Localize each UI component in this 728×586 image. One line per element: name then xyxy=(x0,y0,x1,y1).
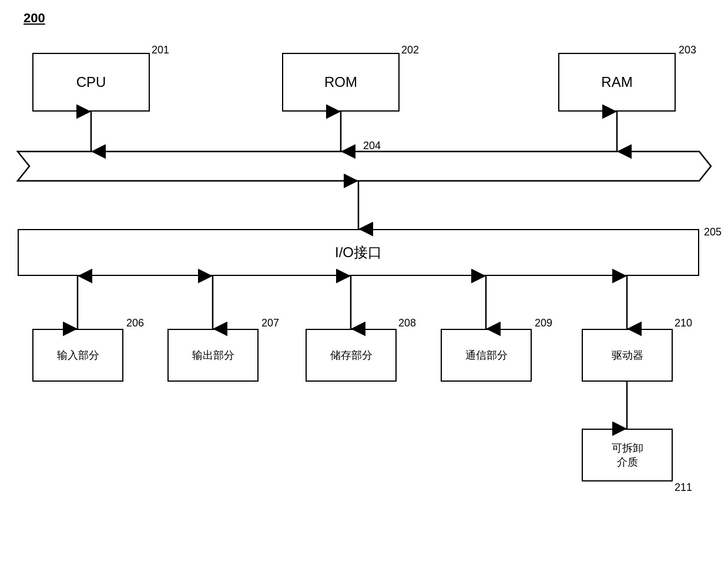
output-box: 输出部分 xyxy=(167,329,259,382)
io-box: I/O接口 xyxy=(18,229,699,276)
cpu-box: CPU xyxy=(32,53,150,112)
comm-ref: 209 xyxy=(535,317,552,329)
driver-box: 驱动器 xyxy=(582,329,673,382)
input-box: 输入部分 xyxy=(32,329,123,382)
ram-ref: 203 xyxy=(679,44,696,56)
storage-box: 储存部分 xyxy=(306,329,397,382)
rom-box: ROM xyxy=(282,53,400,112)
svg-marker-7 xyxy=(18,151,711,181)
driver-ref: 210 xyxy=(675,317,692,329)
cpu-ref: 201 xyxy=(152,44,169,56)
rom-ref: 202 xyxy=(401,44,419,56)
storage-ref: 208 xyxy=(398,317,416,329)
comm-box: 通信部分 xyxy=(441,329,532,382)
output-ref: 207 xyxy=(261,317,279,329)
bus-ref: 204 xyxy=(363,140,381,152)
ram-box: RAM xyxy=(558,53,676,112)
removable-ref: 211 xyxy=(675,481,692,494)
io-ref: 205 xyxy=(704,226,722,238)
input-ref: 206 xyxy=(126,317,144,329)
removable-box: 可拆卸 介质 xyxy=(582,429,673,481)
figure-label: 200 xyxy=(24,11,45,26)
diagram-container: 200 CPU 201 ROM 202 RAM 203 I/O接口 205 输入… xyxy=(0,0,728,586)
